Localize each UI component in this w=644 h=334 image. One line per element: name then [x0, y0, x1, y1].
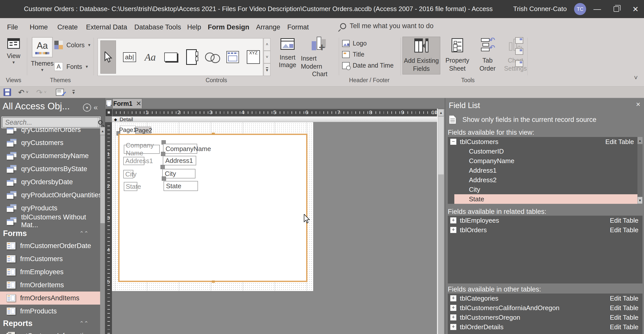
field-list-scrollbar[interactable]: ▲ ▼ — [637, 137, 642, 204]
collapse-ribbon-button[interactable]: ˅ — [634, 74, 638, 82]
show-only-fields-link[interactable]: Show only fields in the current record s… — [449, 116, 596, 124]
logo-button[interactable]: Logo — [342, 40, 367, 47]
insert-image-button[interactable]: Insert Image — [274, 38, 301, 69]
undo-button[interactable]: ↶˅ — [18, 88, 28, 97]
detail-section-bar[interactable]: ◆ Detail — [112, 117, 437, 122]
nav-item-query[interactable]: qryCustomerOrders — [0, 128, 100, 136]
label-tool[interactable]: Aa — [143, 40, 157, 74]
move-handle[interactable] — [161, 152, 165, 156]
tab-order-button[interactable]: ↶↶ Tab Order — [474, 38, 501, 72]
subform-new-window-button[interactable] — [515, 48, 523, 55]
table-row-tblcustomers[interactable]: − tblCustomers Edit Table — [448, 137, 642, 147]
table-row[interactable]: + tblOrderDetails Edit Table — [448, 322, 642, 332]
hyperlink-tool[interactable] — [205, 40, 219, 74]
edit-table-link[interactable]: Edit Table — [610, 226, 638, 234]
colors-button[interactable]: Colors — [54, 41, 90, 49]
tab-create[interactable]: Create — [56, 18, 79, 36]
nav-item-form[interactable]: frmProducts — [0, 305, 100, 318]
save-button[interactable] — [4, 88, 11, 97]
edit-table-link[interactable]: Edit Table — [610, 323, 638, 331]
nav-item-form[interactable]: frmCustomerOrderDate — [0, 239, 100, 252]
title-button[interactable]: Title — [342, 51, 364, 58]
nav-scrollbar[interactable]: ▲ — [100, 127, 105, 334]
vertical-ruler[interactable]: 1 2 3 4 5 — [105, 122, 112, 334]
nav-item-form[interactable]: frmCustomers — [0, 252, 100, 265]
select-pointer-tool[interactable] — [100, 40, 116, 74]
insert-modern-chart-button[interactable]: + Insert Modern Chart — [301, 37, 339, 78]
themes-button[interactable]: Aa Themes — [32, 37, 53, 73]
expand-table-icon[interactable]: + — [450, 324, 456, 330]
gallery-scroll-up[interactable]: ˄ — [264, 38, 270, 51]
collapse-section-icon[interactable]: ⌃⌃ — [79, 320, 89, 327]
navigation-control-tool[interactable] — [226, 40, 240, 74]
resize-handle-top[interactable] — [212, 133, 215, 135]
document-tab-form1[interactable]: Form1✕ — [112, 99, 142, 109]
nav-section-reports[interactable]: Reports⌃⌃ — [0, 318, 100, 329]
tab-help[interactable]: Help — [186, 18, 203, 36]
edit-table-link[interactable]: Edit Table — [605, 138, 634, 146]
avatar[interactable]: TC — [574, 3, 586, 15]
button-tool[interactable] — [164, 40, 178, 74]
collapse-table-icon[interactable]: − — [450, 139, 456, 145]
nav-item-query[interactable]: tblCustomers Without Mat... — [0, 215, 100, 228]
field-row-selected[interactable]: State — [448, 194, 642, 204]
minimize-button[interactable]: — — [588, 0, 607, 18]
textbox-tool[interactable]: ab| — [123, 40, 137, 74]
tab-file[interactable]: File — [6, 18, 20, 36]
field-row[interactable]: Address2 — [448, 175, 642, 185]
edit-table-link[interactable]: Edit Table — [610, 304, 638, 312]
field-row[interactable]: CompanyName — [448, 156, 642, 166]
nav-item-query[interactable]: qryOrdersbyDate — [0, 175, 100, 188]
canvas-scrollbar[interactable]: ▲ — [438, 109, 444, 334]
page1-tab[interactable]: Page1 — [120, 126, 136, 134]
gallery-scroll-down[interactable]: ˅ — [264, 51, 270, 63]
tell-me-search[interactable]: Tell me what you want to do — [340, 22, 433, 30]
convert-macros-button[interactable] — [515, 60, 523, 67]
horizontal-ruler[interactable]: 1 2 3 4 5 6 7 8 9 10 — [112, 109, 437, 116]
close-document-icon[interactable]: ✕ — [136, 100, 141, 108]
search-input[interactable] — [3, 119, 98, 126]
form-label[interactable]: Address1 — [123, 157, 144, 165]
nav-menu-dropdown[interactable]: ▾ — [83, 104, 91, 112]
customize-qat-button[interactable]: ▾ — [72, 88, 75, 97]
search-button[interactable] — [98, 118, 103, 127]
scroll-up-icon[interactable]: ▲ — [637, 137, 642, 144]
fonts-button[interactable]: A Fonts — [54, 62, 88, 71]
restore-button[interactable] — [607, 0, 626, 18]
expand-table-icon[interactable]: + — [450, 217, 456, 223]
expand-table-icon[interactable]: + — [450, 295, 456, 301]
resize-handle-bottom[interactable] — [212, 280, 215, 283]
add-existing-fields-button[interactable]: Add Existing Fields — [403, 37, 440, 74]
expand-table-icon[interactable]: + — [450, 227, 456, 233]
table-row[interactable]: + tblCustomersCaliforniaAndOregon Edit T… — [448, 303, 642, 313]
account-name[interactable]: Trish Conner-Cato — [513, 5, 567, 13]
tab-form-design[interactable]: Form Design — [206, 18, 251, 36]
form-design-mode-button[interactable] — [56, 88, 64, 97]
nav-item-form[interactable]: frmOrderItems — [0, 278, 100, 292]
move-handle[interactable] — [162, 176, 166, 181]
scroll-thumb[interactable] — [100, 135, 105, 223]
nav-item-query[interactable]: qryProductOrderQuantities — [0, 188, 100, 202]
expand-table-icon[interactable]: + — [450, 314, 456, 320]
nav-item-form[interactable]: frmEmployees — [0, 265, 100, 278]
option-group-tool[interactable]: XYZ — [246, 40, 260, 74]
tab-database-tools[interactable]: Database Tools — [133, 18, 183, 36]
view-button[interactable]: View — [3, 38, 24, 65]
collapse-section-icon[interactable]: ⌃⌃ — [79, 230, 89, 237]
form-label[interactable]: City — [123, 170, 133, 178]
field-row[interactable]: CustomerID — [448, 147, 642, 156]
form-label[interactable]: State — [124, 182, 137, 191]
nav-item-query[interactable]: qryCustomersByState — [0, 162, 100, 175]
form-textbox[interactable]: CompanyName — [163, 144, 197, 154]
form-textbox[interactable]: Address1 — [163, 156, 196, 165]
property-sheet-button[interactable]: Property Sheet — [442, 38, 472, 72]
expand-table-icon[interactable]: + — [450, 305, 456, 311]
edit-table-link[interactable]: Edit Table — [610, 314, 638, 321]
table-row[interactable]: + tblCustomersOregon Edit Table — [448, 313, 642, 322]
nav-section-forms[interactable]: Forms⌃⌃ — [0, 228, 100, 239]
edit-table-link[interactable]: Edit Table — [610, 217, 638, 224]
shutter-close-icon[interactable]: « — [94, 103, 98, 112]
nav-item-query[interactable]: qryCustomersbyName — [0, 149, 100, 162]
nav-pane-title[interactable]: All Access Obj... — [3, 101, 70, 112]
nav-item-form-selected[interactable]: frmOrdersAndItems — [0, 292, 100, 305]
